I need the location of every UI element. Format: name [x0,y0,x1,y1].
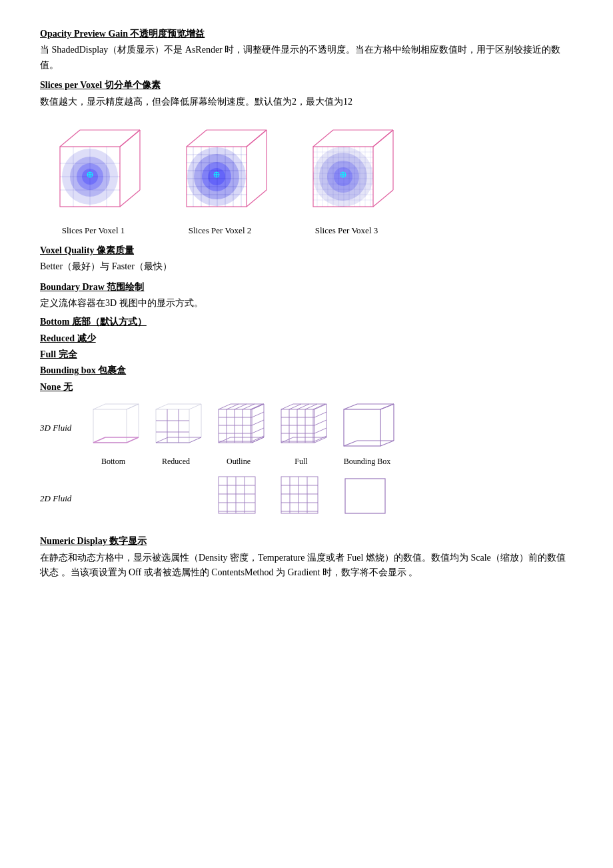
svg-line-21 [187,130,207,147]
svg-rect-93 [156,409,189,443]
svg-line-131 [219,437,231,443]
svg-line-153 [314,437,326,443]
svg-line-164 [344,441,357,446]
svg-line-95 [189,404,201,409]
boundary-draw-section: Boundary Draw 范围绘制 定义流体容器在3D 视图中的显示方式。 B… [40,280,573,524]
svg-rect-166 [219,477,255,513]
svg-line-162 [380,441,394,446]
svg-line-1 [60,130,80,147]
svg-line-4 [120,130,140,147]
voxel-quality-section: Voxel Quality 像素质量 Better（最好）与 Faster（最快… [40,243,573,275]
svg-line-126 [252,428,264,433]
fluid-2d-cubes [87,473,397,523]
svg-rect-107 [219,409,252,443]
fluid-3d-label: 3D Fluid [40,403,87,435]
svg-line-125 [252,420,264,425]
svg-line-51 [373,130,393,147]
numeric-display-body: 在静态和动态方格中，显示被选属性（Density 密度，Temperature … [40,551,573,581]
slices-per-voxel-heading: Slices per Voxel 切分单个像素 [40,78,573,93]
full-label: Full 完全 [40,347,573,362]
boundary-outline-col: Outline [212,403,265,468]
boundary-full-svg [275,403,328,453]
fluid-2d-label: 2D Fluid [40,473,87,506]
caption-bounding-box: Bounding Box [344,455,390,468]
slices-per-voxel-body: 数值越大，显示精度越高，但会降低屏幕绘制速度。默认值为2，最大值为12 [40,95,573,109]
opacity-preview-heading: Opacity Preview Gain 不透明度预览增益 [40,27,573,41]
svg-line-104 [189,437,201,443]
fluid-3d-cubes: Bottom [87,403,397,468]
fluid-2d-row: 2D Fluid [40,473,573,523]
svg-line-123 [252,404,264,409]
boundary-2d-outline-col [212,473,265,523]
reduced-label: Reduced 减少 [40,331,573,346]
svg-rect-174 [281,477,318,513]
numeric-display-heading: Numeric Display 数字显示 [40,534,573,549]
svg-line-127 [252,436,264,441]
voxel-image-2 [167,120,273,220]
voxel-item-2: Slices Per Voxel 2 [167,120,273,238]
boundary-2d-outline-svg [212,473,265,523]
caption-full: Full [295,455,307,468]
svg-line-105 [156,437,168,443]
none-label: None 无 [40,380,573,395]
boundary-outline-svg [212,403,265,453]
svg-line-48 [313,130,333,147]
voxel-quality-body: Better（最好）与 Faster（最快） [40,259,573,274]
boundary-reduced-svg [149,403,203,453]
voxel-image-1 [40,120,147,220]
svg-line-94 [156,404,168,409]
svg-line-83 [93,404,105,409]
svg-line-86 [127,404,139,409]
svg-line-150 [314,420,326,425]
voxel-caption-3: Slices Per Voxel 3 [315,224,378,238]
opacity-preview-body: 当 ShadedDisplay（材质显示）不是 AsRender 时，调整硬件显… [40,43,573,73]
svg-line-5 [120,190,140,207]
svg-line-24 [247,130,267,147]
voxel-images-row: Slices Per Voxel 1 [40,120,573,238]
boundary-2d-full-svg [275,473,328,523]
caption-bottom: Bottom [101,455,125,468]
voxel-item-3: Slices Per Voxel 3 [293,120,400,238]
opacity-preview-section: Opacity Preview Gain 不透明度预览增益 当 ShadedDi… [40,27,573,73]
svg-line-152 [314,436,326,441]
svg-line-149 [314,412,326,417]
svg-line-25 [247,190,267,207]
svg-line-161 [380,404,394,409]
boundary-draw-heading: Boundary Draw 范围绘制 [40,280,573,295]
numeric-display-section: Numeric Display 数字显示 在静态和动态方格中，显示被选属性（De… [40,534,573,580]
svg-line-158 [344,404,357,409]
svg-line-155 [281,437,293,443]
boundary-bottom-svg [87,403,140,453]
boundary-2d-bbox-col [337,473,397,523]
voxel-caption-1: Slices Per Voxel 1 [62,224,125,238]
svg-line-143 [314,404,326,409]
boundary-2d-full-col [275,473,328,523]
boundary-2d-bbox-svg [337,473,397,523]
boundary-full-col: Full [275,403,328,468]
boundary-reduced-col: Reduced [149,403,203,468]
svg-line-130 [252,437,264,443]
boundary-bbox-svg [337,403,397,453]
svg-rect-133 [281,409,314,443]
svg-line-151 [314,428,326,433]
voxel-image-3 [293,120,400,220]
fluid-3d-row: 3D Fluid [40,403,573,468]
voxel-caption-2: Slices Per Voxel 2 [189,224,252,238]
slices-per-voxel-section: Slices per Voxel 切分单个像素 数值越大，显示精度越高，但会降低… [40,78,573,238]
voxel-quality-heading: Voxel Quality 像素质量 [40,243,573,258]
caption-reduced: Reduced [162,455,190,468]
svg-line-52 [373,190,393,207]
boundary-draw-body: 定义流体容器在3D 视图中的显示方式。 [40,296,573,311]
svg-line-91 [93,437,105,443]
caption-outline: Outline [227,455,251,468]
bottom-label: Bottom 底部（默认方式） [40,315,573,329]
svg-line-90 [127,437,139,443]
svg-rect-182 [345,479,385,513]
bounding-box-label: Bounding box 包裹盒 [40,363,573,378]
svg-line-124 [252,412,264,417]
boundary-bottom-col: Bottom [87,403,140,468]
boundary-bbox-col: Bounding Box [337,403,397,468]
voxel-item-1: Slices Per Voxel 1 [40,120,147,238]
